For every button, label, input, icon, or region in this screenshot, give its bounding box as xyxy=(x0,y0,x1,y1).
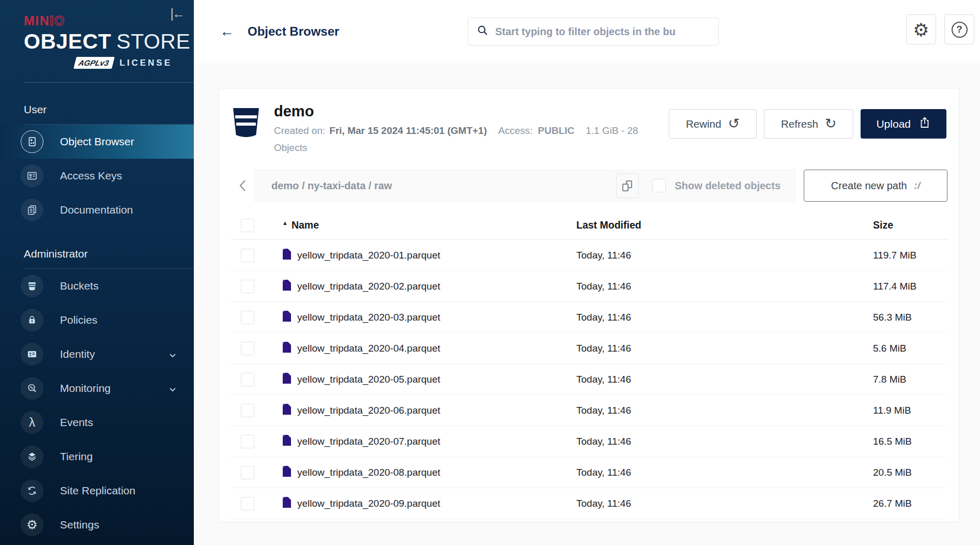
copy-icon xyxy=(622,180,632,191)
chevron-left-icon[interactable] xyxy=(231,170,254,202)
row-checkbox[interactable] xyxy=(241,497,254,510)
object-name: yellow_tripdata_2020-05.parquet xyxy=(297,374,440,385)
sidebar-item-label: Policies xyxy=(60,314,97,326)
sidebar-item-monitoring[interactable]: Monitoring xyxy=(0,371,194,405)
sidebar-item-access-keys[interactable]: Access Keys xyxy=(0,159,194,193)
access-keys-icon xyxy=(21,164,43,187)
sidebar-item-buckets[interactable]: Buckets xyxy=(0,269,194,303)
copy-path-button[interactable] xyxy=(616,173,639,198)
back-arrow-icon[interactable]: ← xyxy=(220,23,234,40)
sidebar-item-events[interactable]: λ Events xyxy=(0,405,194,440)
file-icon xyxy=(282,249,291,262)
settings-button[interactable]: ⚙ xyxy=(906,14,936,44)
divider xyxy=(24,82,194,83)
bucket-panel: demo Created on:Fri, Mar 15 2024 11:45:0… xyxy=(219,88,959,522)
row-checkbox[interactable] xyxy=(241,280,254,293)
table-row[interactable]: yellow_tripdata_2020-09.parquet Today, 1… xyxy=(231,488,947,519)
create-path-icon: :/ xyxy=(914,180,921,191)
row-checkbox[interactable] xyxy=(241,404,254,417)
collapse-sidebar-icon[interactable]: |← xyxy=(171,6,184,21)
column-last-modified[interactable]: Last Modified xyxy=(576,219,873,231)
file-icon xyxy=(282,280,291,293)
sidebar-item-label: Access Keys xyxy=(60,170,122,182)
sidebar-item-site-replication[interactable]: Site Replication xyxy=(0,474,194,508)
sidebar-item-tiering[interactable]: Tiering xyxy=(0,440,194,474)
logo-minio-solid: MIN xyxy=(24,13,50,28)
sidebar-item-label: Tiering xyxy=(60,450,93,463)
row-checkbox[interactable] xyxy=(241,249,254,262)
table-row[interactable]: yellow_tripdata_2020-06.parquet Today, 1… xyxy=(231,395,947,426)
object-name: yellow_tripdata_2020-06.parquet xyxy=(297,405,440,416)
access-value: PUBLIC xyxy=(538,125,575,136)
bucket-name: demo xyxy=(274,103,669,120)
object-modified: Today, 11:46 xyxy=(576,467,873,478)
row-checkbox[interactable] xyxy=(241,373,254,386)
object-name: yellow_tripdata_2020-07.parquet xyxy=(297,436,440,447)
rewind-icon: ↺ xyxy=(728,117,740,131)
object-browser-icon xyxy=(21,130,43,153)
agpl-badge: AGPLv3 xyxy=(73,57,115,69)
sidebar-item-identity[interactable]: Identity xyxy=(0,337,194,371)
upload-button[interactable]: Upload xyxy=(861,109,946,139)
refresh-button[interactable]: Refresh ↻ xyxy=(764,109,853,139)
column-name[interactable]: ▲Name xyxy=(282,219,576,231)
table-row[interactable]: yellow_tripdata_2020-01.parquet Today, 1… xyxy=(231,240,947,271)
sidebar-item-label: Events xyxy=(60,416,93,429)
row-checkbox[interactable] xyxy=(241,435,254,448)
created-value: Fri, Mar 15 2024 11:45:01 (GMT+1) xyxy=(329,125,487,136)
search-input[interactable] xyxy=(495,26,711,38)
minio-console: |← MINIO OBJECTSTORE AGPLv3 LICENSE User xyxy=(0,0,980,545)
object-size: 7.8 MiB xyxy=(873,374,947,385)
replication-arrows-icon xyxy=(21,479,43,502)
logo-product-light: STORE xyxy=(116,29,190,53)
table-row[interactable]: yellow_tripdata_2020-04.parquet Today, 1… xyxy=(231,333,947,364)
select-all-checkbox[interactable] xyxy=(241,219,254,232)
table-row[interactable]: yellow_tripdata_2020-03.parquet Today, 1… xyxy=(231,302,947,333)
create-new-path-button[interactable]: Create new path :/ xyxy=(804,170,947,202)
row-checkbox[interactable] xyxy=(241,466,254,479)
object-size: 26.7 MiB xyxy=(873,498,947,509)
table-row[interactable]: yellow_tripdata_2020-02.parquet Today, 1… xyxy=(231,271,947,302)
object-size: 117.4 MiB xyxy=(873,281,947,292)
object-filter-searchbox xyxy=(468,18,719,46)
content: demo Created on:Fri, Mar 15 2024 11:45:0… xyxy=(194,63,980,545)
table-row[interactable]: yellow_tripdata_2020-07.parquet Today, 1… xyxy=(231,426,947,457)
path-toolbar: demo / ny-taxi-data / raw Show deleted o… xyxy=(231,170,947,202)
main-area: ← Object Browser ⚙ ? xyxy=(194,0,980,545)
file-icon xyxy=(282,466,291,479)
sidebar-item-label: Object Browser xyxy=(60,135,134,148)
search-icon xyxy=(477,24,489,39)
sidebar-item-documentation[interactable]: Documentation xyxy=(0,193,194,227)
sidebar-item-policies[interactable]: Policies xyxy=(0,303,194,337)
logo-minio-outline: IO xyxy=(50,13,65,28)
upload-icon xyxy=(918,116,931,131)
topbar: ← Object Browser ⚙ ? xyxy=(194,0,980,63)
minio-logo: MINIO OBJECTSTORE AGPLv3 LICENSE xyxy=(0,0,194,69)
object-modified: Today, 11:46 xyxy=(576,343,873,354)
row-checkbox[interactable] xyxy=(241,311,254,324)
bucket-meta: Created on:Fri, Mar 15 2024 11:45:01 (GM… xyxy=(274,122,661,156)
table-row[interactable]: yellow_tripdata_2020-08.parquet Today, 1… xyxy=(231,457,947,488)
table-row[interactable]: yellow_tripdata_2020-05.parquet Today, 1… xyxy=(231,364,947,395)
chevron-down-icon[interactable] xyxy=(169,382,176,395)
rewind-button[interactable]: Rewind ↺ xyxy=(669,109,757,139)
row-checkbox[interactable] xyxy=(241,342,254,355)
object-modified: Today, 11:46 xyxy=(576,374,873,385)
sidebar-item-settings[interactable]: ⚙ Settings xyxy=(0,508,194,542)
chevron-down-icon[interactable] xyxy=(169,348,176,360)
object-size: 11.9 MiB xyxy=(873,405,947,416)
file-icon xyxy=(282,404,291,417)
monitoring-icon xyxy=(21,377,43,400)
show-deleted-checkbox[interactable] xyxy=(652,179,666,192)
breadcrumb[interactable]: demo / ny-taxi-data / raw xyxy=(271,180,392,192)
sort-asc-icon: ▲ xyxy=(282,220,288,226)
object-size: 20.5 MiB xyxy=(873,467,947,478)
help-button[interactable]: ? xyxy=(944,14,974,44)
license-label: LICENSE xyxy=(119,58,172,68)
identity-icon xyxy=(21,343,43,366)
object-name: yellow_tripdata_2020-01.parquet xyxy=(297,250,440,261)
sidebar-section-user: User xyxy=(24,103,194,125)
page-title: Object Browser xyxy=(248,24,339,39)
column-size[interactable]: Size xyxy=(873,219,947,231)
sidebar-item-object-browser[interactable]: Object Browser xyxy=(0,125,194,159)
